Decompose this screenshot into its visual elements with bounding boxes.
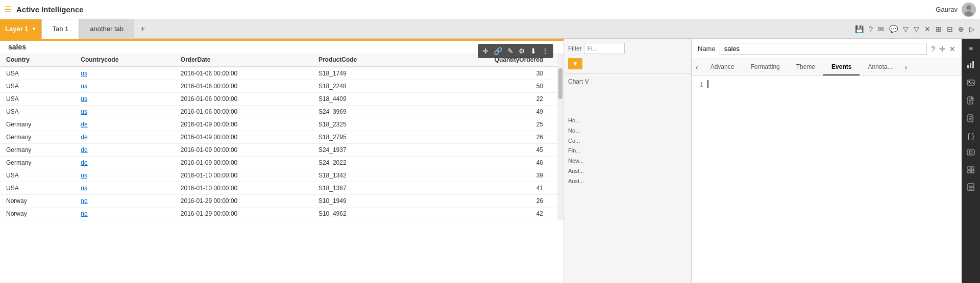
- mail-icon[interactable]: ✉: [877, 24, 885, 34]
- more-icon[interactable]: ⋮: [540, 46, 550, 56]
- play-icon[interactable]: ▷: [968, 24, 976, 34]
- chart-item-2: No...: [568, 126, 687, 136]
- cell-product-6: S24_1937: [312, 144, 413, 157]
- add-tab-button[interactable]: +: [134, 19, 151, 39]
- widget-toolbar: ✛ 🔗 ✎ ⚙ ⬇ ⋮: [478, 44, 553, 58]
- table-scroll-container[interactable]: Country Countrycode OrderDate ProductCod…: [0, 53, 564, 220]
- cell-product-0: S18_1749: [312, 67, 413, 80]
- cell-qty-0: 30: [413, 67, 564, 80]
- cell-date-7: 2016-01-09 00:00:00: [175, 157, 312, 169]
- sidebar-icon-layers[interactable]: ≡: [962, 41, 980, 56]
- svg-point-2: [965, 11, 973, 16]
- prop-help-icon[interactable]: ?: [931, 45, 935, 53]
- tab-events[interactable]: Events: [823, 59, 860, 75]
- header-bar: ☰ Active Intelligence Gaurav: [0, 0, 980, 19]
- cell-cc-10: no: [75, 195, 174, 208]
- golden-bar: [0, 39, 564, 41]
- grid-icon[interactable]: ⊞: [935, 24, 943, 34]
- tab-formatting[interactable]: Formatting: [742, 59, 788, 75]
- sidebar-icon-photo[interactable]: [962, 145, 980, 162]
- cell-product-9: S18_1367: [312, 182, 413, 195]
- plus-icon[interactable]: ⊕: [957, 24, 965, 34]
- move-icon[interactable]: ✛: [481, 46, 490, 56]
- cell-qty-7: 46: [413, 157, 564, 169]
- filter-button[interactable]: ▼: [568, 58, 582, 69]
- tab-another[interactable]: another tab: [79, 19, 134, 39]
- cell-country-9: USA: [0, 182, 75, 195]
- tab-bar: Layer 1 ▼ Tab 1 another tab + 💾 ? ✉ 💬 ▽ …: [0, 19, 980, 39]
- tabs-right-arrow[interactable]: ›: [901, 60, 912, 74]
- user-avatar[interactable]: [962, 3, 976, 17]
- cell-country-6: Germany: [0, 144, 75, 157]
- cell-qty-5: 26: [413, 131, 564, 144]
- filter-area: Filter ▼: [564, 39, 691, 74]
- svg-point-17: [969, 151, 972, 154]
- svg-rect-3: [967, 65, 969, 68]
- tab-1[interactable]: Tab 1: [41, 19, 79, 39]
- cell-product-7: S24_2022: [312, 157, 413, 169]
- sidebar-icon-grid[interactable]: [962, 163, 980, 178]
- cell-qty-9: 41: [413, 182, 564, 195]
- settings-icon[interactable]: ⚙: [517, 46, 527, 56]
- hamburger-icon[interactable]: ☰: [4, 5, 11, 14]
- filter-funnel-icon: ▼: [572, 60, 578, 67]
- cell-qty-4: 25: [413, 118, 564, 131]
- help-icon[interactable]: ?: [868, 24, 874, 34]
- chart-item-6: Aust...: [568, 166, 687, 176]
- code-line-1: 1: [696, 80, 958, 89]
- sidebar-icon-image[interactable]: [962, 75, 980, 92]
- prop-close-icon[interactable]: ✕: [949, 45, 955, 53]
- tab-advance[interactable]: Advance: [702, 59, 743, 75]
- app-title: Active Intelligence: [16, 5, 936, 14]
- filter-label: Filter: [568, 45, 582, 52]
- cell-date-9: 2016-01-10 00:00:00: [175, 182, 312, 195]
- filter-btn-row: ▼: [568, 58, 687, 69]
- save-icon[interactable]: 💾: [854, 24, 865, 34]
- cell-date-2: 2016-01-06 00:00:00: [175, 93, 312, 106]
- sidebar-icon-doc[interactable]: [962, 93, 980, 110]
- col-country: Country: [0, 53, 75, 67]
- col-countrycode: Countrycode: [75, 53, 174, 67]
- filter-icon[interactable]: ▽: [902, 24, 910, 34]
- sidebar-icon-braces[interactable]: { }: [962, 128, 980, 144]
- vertical-scrollbar[interactable]: [557, 53, 564, 220]
- download-icon[interactable]: ⬇: [529, 46, 538, 56]
- cell-qty-1: 50: [413, 80, 564, 93]
- table-panel: ✛ 🔗 ✎ ⚙ ⬇ ⋮ sales Country Countrycode Or…: [0, 39, 564, 283]
- cell-country-10: Norway: [0, 195, 75, 208]
- tab-theme[interactable]: Theme: [788, 59, 823, 75]
- tabs-left-arrow[interactable]: ‹: [692, 60, 702, 74]
- svg-rect-21: [971, 170, 974, 173]
- right-side-panel: Filter ▼ Chart V Ho... No... Ca... Fin..…: [564, 39, 691, 283]
- svg-rect-18: [968, 167, 970, 169]
- table-row: USA us 2016-01-06 00:00:00 S18_1749 30: [0, 67, 564, 80]
- filter-input[interactable]: [584, 43, 625, 54]
- prop-header: Name ? ✛ ✕: [692, 39, 962, 59]
- tab-annota[interactable]: Annota...: [860, 59, 900, 75]
- cell-country-8: USA: [0, 169, 75, 182]
- name-input[interactable]: [720, 43, 927, 55]
- close-icon[interactable]: ✕: [923, 24, 932, 34]
- chart-item-1: Ho...: [568, 116, 687, 126]
- minus-icon[interactable]: ⊟: [946, 24, 954, 34]
- chat-icon[interactable]: 💬: [888, 24, 899, 34]
- prop-expand-icon[interactable]: ✛: [939, 45, 945, 53]
- cell-country-0: USA: [0, 67, 75, 80]
- table-row: Norway no 2016-01-29 00:00:00 S10_1949 2…: [0, 195, 564, 208]
- filter2-icon[interactable]: ▽: [913, 24, 920, 34]
- cell-date-1: 2016-01-06 00:00:00: [175, 80, 312, 93]
- cell-cc-3: us: [75, 106, 174, 118]
- cell-product-4: S18_2325: [312, 118, 413, 131]
- edit-icon[interactable]: ✎: [506, 46, 515, 56]
- cell-date-11: 2016-01-29 00:00:00: [175, 208, 312, 220]
- link-icon[interactable]: 🔗: [492, 46, 504, 56]
- sidebar-icon-chart[interactable]: [962, 57, 980, 74]
- sidebar-icon-doc3[interactable]: [962, 179, 980, 196]
- tab-1-label: Tab 1: [52, 25, 68, 33]
- sidebar-icon-doc2[interactable]: [962, 111, 980, 127]
- cell-product-10: S10_1949: [312, 195, 413, 208]
- layer-selector[interactable]: Layer 1 ▼: [0, 19, 41, 39]
- cell-cc-4: de: [75, 118, 174, 131]
- far-right-sidebar: ≡: [962, 39, 980, 283]
- filter-row: Filter: [568, 43, 687, 54]
